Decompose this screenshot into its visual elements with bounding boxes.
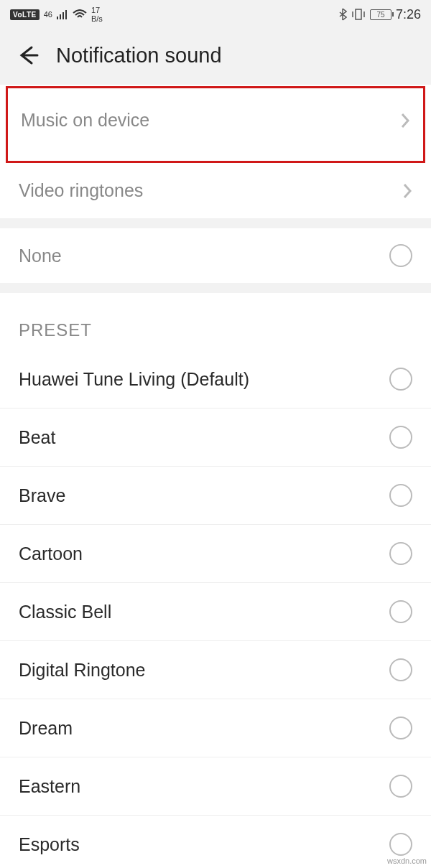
- svg-rect-3: [65, 10, 67, 19]
- preset-huawei-tune-living[interactable]: Huawei Tune Living (Default): [0, 350, 431, 409]
- radio-label: None: [19, 246, 62, 266]
- page-header: Notification sound: [0, 29, 431, 85]
- signal-bars-icon: [57, 9, 68, 19]
- network-speed: 17 B/s: [91, 6, 103, 23]
- preset-dream[interactable]: Dream: [0, 699, 431, 757]
- preset-digital-ringtone[interactable]: Digital Ringtone: [0, 641, 431, 699]
- svg-rect-4: [356, 9, 361, 19]
- status-time: 7:26: [396, 7, 421, 22]
- section-gap: [0, 283, 431, 293]
- preset-beat[interactable]: Beat: [0, 409, 431, 467]
- radio-circle-icon: [389, 717, 412, 739]
- radio-none[interactable]: None: [0, 228, 431, 283]
- vibrate-icon: [351, 9, 366, 20]
- signal-4g: 46: [44, 11, 52, 19]
- preset-esports[interactable]: Esports: [0, 816, 431, 868]
- radio-circle-icon: [389, 368, 412, 391]
- wifi-icon: [73, 9, 87, 19]
- svg-rect-0: [57, 17, 58, 19]
- chevron-right-icon: [402, 182, 412, 200]
- status-left: VoLTE 46 17 B/s: [10, 6, 103, 23]
- preset-label: Digital Ringtone: [19, 660, 146, 681]
- preset-label: Dream: [19, 718, 73, 739]
- nav-music-on-device[interactable]: Music on device: [6, 86, 425, 163]
- volte-badge: VoLTE: [10, 9, 40, 20]
- radio-circle-icon: [389, 658, 412, 681]
- preset-label: Esports: [19, 834, 80, 855]
- preset-cartoon[interactable]: Cartoon: [0, 525, 431, 583]
- radio-circle-icon: [389, 484, 412, 507]
- preset-label: Brave: [19, 485, 65, 506]
- radio-circle-icon: [389, 600, 412, 623]
- nav-label: Video ringtones: [19, 180, 143, 201]
- preset-label: Classic Bell: [19, 602, 111, 622]
- nav-video-ringtones[interactable]: Video ringtones: [0, 163, 431, 218]
- preset-section-header: PRESET: [0, 293, 431, 350]
- chevron-right-icon: [400, 112, 410, 129]
- battery-icon: 75: [370, 9, 391, 20]
- preset-eastern[interactable]: Eastern: [0, 757, 431, 816]
- preset-label: Huawei Tune Living (Default): [19, 369, 249, 390]
- status-right: 75 7:26: [338, 7, 421, 22]
- preset-classic-bell[interactable]: Classic Bell: [0, 583, 431, 641]
- preset-label: Cartoon: [19, 543, 83, 564]
- radio-circle-icon: [389, 542, 412, 565]
- preset-label: Eastern: [19, 776, 80, 797]
- nav-label: Music on device: [21, 110, 149, 131]
- radio-circle-icon: [389, 833, 412, 856]
- svg-rect-2: [62, 12, 64, 19]
- preset-brave[interactable]: Brave: [0, 467, 431, 525]
- status-bar: VoLTE 46 17 B/s 75: [0, 0, 431, 29]
- preset-label: Beat: [19, 427, 55, 448]
- bluetooth-icon: [338, 8, 347, 21]
- watermark: wsxdn.com: [387, 857, 427, 865]
- section-gap: [0, 218, 431, 228]
- radio-circle-icon: [389, 244, 412, 267]
- page-title: Notification sound: [56, 44, 222, 67]
- svg-rect-1: [60, 14, 61, 19]
- back-arrow-icon[interactable]: [16, 43, 40, 67]
- radio-circle-icon: [389, 426, 412, 449]
- radio-circle-icon: [389, 775, 412, 798]
